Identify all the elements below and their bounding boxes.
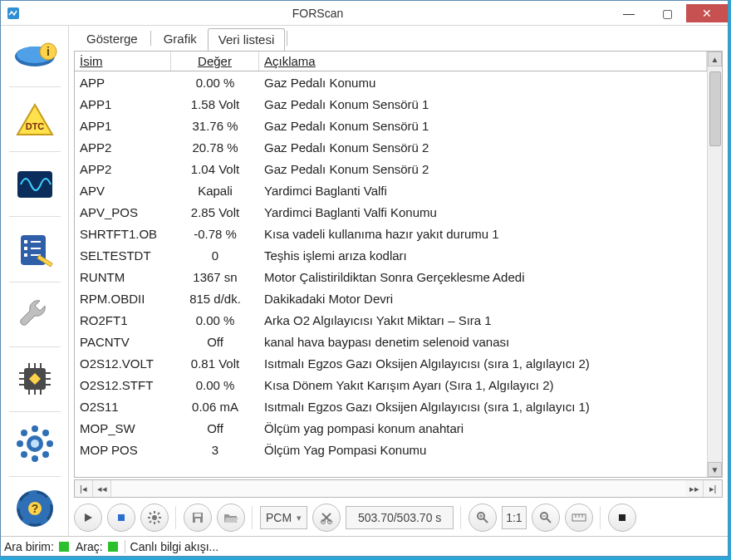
table-row[interactable]: RUNTM1367 snMotor Çalistirildiktan Sonra… [75, 266, 707, 287]
tab-gauge[interactable]: Gösterge [76, 27, 149, 51]
open-button[interactable] [217, 504, 245, 532]
app-window: FORScan — ▢ ✕ i DTC [0, 0, 729, 557]
play-button[interactable] [74, 504, 102, 532]
nav-track[interactable] [111, 480, 685, 497]
sidebar-item-chip[interactable] [6, 352, 64, 406]
cell-value: 2.85 Volt [171, 205, 259, 219]
sidebar-item-settings[interactable] [6, 417, 64, 471]
save-button[interactable] [184, 504, 212, 532]
cell-desc: Gaz Pedalı Konum Sensörü 2 [259, 162, 707, 176]
svg-point-32 [32, 455, 38, 462]
body: i DTC [1, 26, 728, 536]
cell-name: APP1 [75, 97, 171, 111]
nav-last-button[interactable]: ▸| [704, 480, 722, 497]
nav-prev-button[interactable]: ◂◂ [93, 480, 111, 497]
tab-data-list[interactable]: Veri listesi [208, 28, 286, 52]
cell-name: APP2 [75, 140, 171, 155]
sidebar: i DTC [1, 26, 69, 536]
col-header-name[interactable]: İsim [75, 52, 171, 71]
cell-name: APV_POS [75, 205, 171, 219]
module-value: PCM [266, 511, 292, 524]
cell-desc: Motor Çalistirildiktan Sonra Gerçeklesme… [259, 270, 707, 284]
sidebar-item-service[interactable] [6, 287, 64, 341]
sidebar-item-oscilloscope[interactable] [6, 157, 64, 211]
col-header-value[interactable]: Değer [171, 52, 259, 71]
table-row[interactable]: MOP_SWOffÖlçüm yag pompasi konum anahtar… [75, 417, 707, 439]
tab-graph[interactable]: Grafik [153, 27, 208, 51]
table-row[interactable]: APV_POS2.85 VoltYardimci Baglanti Valfi … [75, 201, 707, 223]
table-row[interactable]: APP220.78 %Gaz Pedalı Konum Sensörü 2 [75, 136, 707, 158]
svg-rect-56 [194, 513, 201, 517]
toolbar-separator [600, 506, 601, 529]
ruler-button[interactable] [565, 504, 593, 532]
svg-point-35 [21, 430, 27, 436]
table-row[interactable]: APP0.00 %Gaz Pedalı Konumu [75, 71, 707, 93]
data-grid: İsim Değer Açıklama APP0.00 %Gaz Pedalı … [74, 51, 723, 478]
table-row[interactable]: O2S12.STFT0.00 %Kısa Dönem Yakıt Karışım… [75, 374, 707, 395]
cell-value: 0.00 % [171, 313, 259, 327]
settings-button[interactable] [140, 504, 169, 532]
table-row[interactable]: O2S12.VOLT0.81 VoltIsıtmalı Egzos Gazı O… [75, 352, 707, 374]
main-area: Gösterge Grafik Veri listesi İsim Değer … [69, 26, 728, 536]
svg-point-39 [31, 440, 39, 448]
table-row[interactable]: APP11.58 VoltGaz Pedalı Konum Sensörü 1 [75, 93, 707, 115]
table-row[interactable]: APP21.04 VoltGaz Pedalı Konum Sensörü 2 [75, 158, 707, 179]
sidebar-separator [9, 476, 61, 477]
maximize-button[interactable]: ▢ [648, 4, 686, 22]
cell-desc: Gaz Pedalı Konum Sensörü 2 [259, 140, 707, 155]
svg-point-33 [17, 440, 23, 447]
svg-point-46 [152, 515, 157, 520]
table-row[interactable]: SELTESTDT0Teşhis işlemi arıza kodları [75, 244, 707, 266]
grid-body[interactable]: APP0.00 %Gaz Pedalı KonumuAPP11.58 VoltG… [75, 71, 707, 477]
svg-line-54 [150, 521, 151, 523]
vertical-scrollbar[interactable]: ▲ ▼ [707, 52, 722, 477]
cell-desc: Arka O2 Algılayıcısı Yakıt Miktarı – Sır… [259, 313, 707, 327]
col-header-desc[interactable]: Açıklama [259, 52, 707, 71]
cell-desc: Yardimci Baglanti Valfi Konumu [259, 205, 707, 219]
scroll-down-button[interactable]: ▼ [708, 462, 722, 477]
cell-value: 0.06 mA [171, 400, 259, 414]
cell-value: Off [171, 335, 259, 349]
toolbar: PCM 503.70/503.70 s 1:1 [74, 501, 723, 534]
sidebar-item-vehicle[interactable]: i [6, 27, 64, 81]
cell-name: O2S11 [75, 400, 171, 414]
table-row[interactable]: RO2FT10.00 %Arka O2 Algılayıcısı Yakıt M… [75, 309, 707, 331]
module-dropdown[interactable]: PCM [260, 506, 307, 529]
sidebar-item-dtc[interactable]: DTC [6, 92, 64, 146]
table-row[interactable]: MOP POS3Ölçüm Yag Pompasi Konumu [75, 439, 707, 460]
stop-button[interactable] [107, 504, 135, 532]
window-title: FORScan [26, 7, 610, 20]
cell-desc: Gaz Pedalı Konumu [259, 76, 707, 90]
svg-rect-45 [118, 514, 125, 521]
table-row[interactable]: APVKapaliYardimci Baglanti Valfi [75, 179, 707, 201]
cell-name: APV [75, 184, 171, 198]
minimize-button[interactable]: — [610, 4, 648, 22]
svg-rect-11 [24, 253, 27, 257]
marker-button[interactable] [608, 504, 636, 532]
cell-value: 20.78 % [171, 140, 259, 155]
nav-first-button[interactable]: |◂ [75, 480, 93, 497]
cell-name: APP2 [75, 162, 171, 176]
table-row[interactable]: PACNTVOffkanal hava baypası denetim sele… [75, 331, 707, 352]
nav-next-button[interactable]: ▸▸ [685, 480, 704, 497]
scroll-up-button[interactable]: ▲ [708, 52, 722, 66]
sidebar-item-help[interactable]: ? [6, 482, 64, 536]
toolbar-separator [252, 506, 253, 529]
cell-desc: Yardimci Baglanti Valfi [259, 184, 707, 198]
scroll-thumb[interactable] [709, 71, 721, 146]
svg-point-36 [42, 430, 49, 436]
cut-button[interactable] [312, 504, 341, 532]
table-row[interactable]: APP131.76 %Gaz Pedalı Konum Sensörü 1 [75, 115, 707, 136]
close-button[interactable]: ✕ [686, 4, 728, 22]
sidebar-item-tests[interactable] [6, 222, 64, 276]
zoom-level: 1:1 [502, 506, 526, 529]
table-row[interactable]: SHRTFT1.OB-0.78 %Kısa vadeli kullanıma h… [75, 223, 707, 244]
cell-desc: Isıtmalı Egzos Gazı Oksijen Algılayıcısı… [259, 356, 707, 371]
table-row[interactable]: RPM.OBDII815 d/dk.Dakikadaki Motor Devri [75, 287, 707, 309]
zoom-out-button[interactable] [532, 504, 560, 532]
zoom-in-button[interactable] [469, 504, 497, 532]
cell-value: 0 [171, 248, 259, 263]
table-row[interactable]: O2S110.06 mAIsıtmalı Egzos Gazı Oksijen … [75, 395, 707, 417]
grid-header: İsim Değer Açıklama [75, 52, 707, 71]
cell-name: RUNTM [75, 270, 171, 284]
